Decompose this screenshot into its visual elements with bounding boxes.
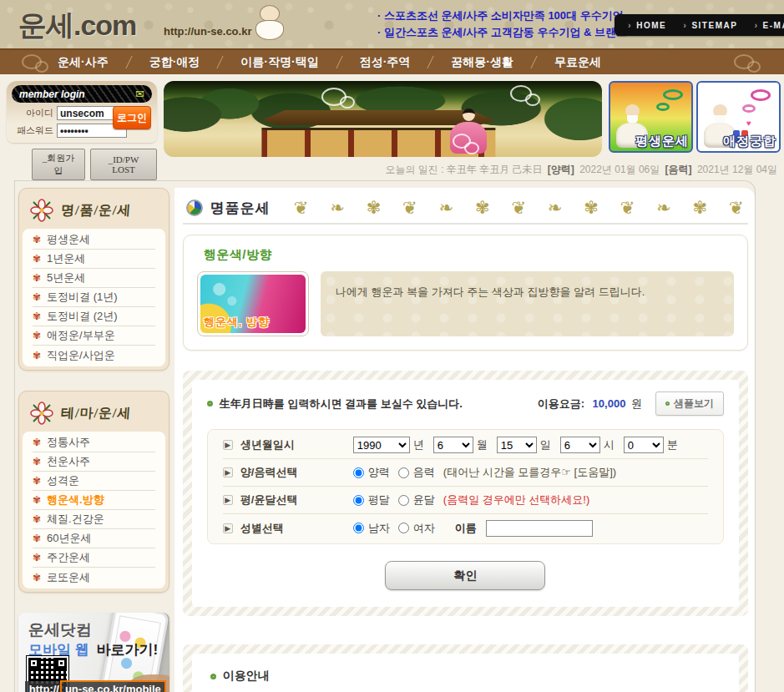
monk-mascot-illustration	[250, 5, 289, 45]
cloud-motif-icon	[510, 85, 532, 102]
sidebar-item-lifetime[interactable]: ✾평생운세	[33, 230, 155, 250]
mascot-body	[255, 20, 284, 40]
password-label: 패스워드	[12, 124, 53, 137]
sidebar-item-label: 천운사주	[47, 454, 90, 469]
lunar-option-label[interactable]: 음력	[413, 465, 435, 480]
sidebar-item-personality[interactable]: ✾성격운	[33, 472, 155, 491]
utility-nav-email[interactable]: › E-MAIL	[754, 20, 784, 30]
nav-kkumhaemong[interactable]: 꿈해몽·생활	[451, 55, 513, 70]
sidebar-item-1year[interactable]: ✾1년운세	[33, 250, 155, 269]
year-unit: 년	[413, 437, 424, 452]
normal-month-option-label[interactable]: 평달	[368, 492, 390, 508]
fee-value: 10,000	[593, 397, 626, 410]
sidebar-item-career-business[interactable]: ✾직업운/사업운	[33, 346, 155, 365]
sidebar-item-tojeong-2y[interactable]: ✾토정비결 (2년)	[33, 307, 155, 326]
cloud-motif-icon	[656, 103, 670, 111]
cloud-motif-icon	[453, 134, 471, 149]
calendar-help-note[interactable]: (태어난 시간을 모를경우☞ [도움말])	[443, 465, 616, 480]
sidebar-item-lucky-color-direction[interactable]: ✾행운색.방향	[33, 491, 155, 510]
sidebar-item-label: 60년운세	[47, 531, 91, 546]
floral-decoration	[294, 195, 743, 220]
promo-love-compatibility[interactable]: ♥ 애정궁합	[696, 81, 781, 153]
promo-love-label: 애정궁합	[723, 134, 776, 149]
sidebar-item-health[interactable]: ✾체질.건강운	[33, 510, 155, 529]
cloud-motif-icon	[321, 88, 346, 106]
leap-month-label: 평/윤달선택	[240, 492, 353, 508]
nav-divider	[125, 56, 132, 68]
sidebar-item-lotto[interactable]: ✾로또운세	[33, 568, 155, 587]
nav-gunghap-aejeong[interactable]: 궁합·애정	[149, 55, 200, 70]
sidebar-item-cheonun-saju[interactable]: ✾천운사주	[33, 452, 155, 472]
name-input[interactable]	[486, 520, 593, 537]
sidebar-item-love-marriage[interactable]: ✾애정운/부부운	[33, 326, 155, 346]
nav-divider	[530, 56, 537, 68]
award-link-2[interactable]: · 일간스포츠 운세/사주 고객감동 우수기업 & 브랜드	[377, 24, 627, 41]
lucky-thumbnail: 행운색, 방향	[197, 271, 309, 336]
sample-view-button[interactable]: 샘플보기	[655, 391, 724, 416]
solar-radio[interactable]	[353, 467, 364, 478]
flower-bullet-icon: ✾	[33, 235, 41, 245]
leap-month-radio[interactable]	[398, 495, 409, 506]
birth-year-select[interactable]: 1990	[353, 437, 410, 453]
sidebar-item-60year[interactable]: ✾60년운세	[33, 529, 155, 548]
sidebar-item-label: 행운색.방향	[47, 492, 104, 508]
nav-jeomseong-juyeok[interactable]: 점성·주역	[360, 55, 411, 70]
birth-minute-select[interactable]: 0	[624, 437, 664, 453]
female-option-label[interactable]: 여자	[413, 521, 435, 536]
leap-month-note: (음력일 경우에만 선택하세요!)	[443, 492, 590, 508]
birth-label: 생년월일시	[240, 437, 353, 452]
mobile-url-prefix: http://	[25, 681, 60, 692]
id-pw-lost-button[interactable]: _ID/PW LOST	[90, 149, 157, 180]
solar-option-label[interactable]: 양력	[368, 465, 390, 480]
normal-month-radio[interactable]	[353, 495, 364, 506]
lunar-radio[interactable]	[398, 467, 409, 478]
male-option-label[interactable]: 남자	[368, 521, 390, 536]
mobile-web-banner[interactable]: 운세닷컴 모바일 웹 바로가기! http:// un-se.co.kr/mob…	[18, 613, 169, 692]
birth-day-select[interactable]: 15	[497, 437, 537, 453]
sidebar-item-weekly[interactable]: ✾주간운세	[33, 548, 155, 568]
utility-nav-home[interactable]: › HOME	[628, 20, 666, 30]
utility-nav-sitemap[interactable]: › SITEMAP	[683, 20, 737, 30]
day-unit: 일	[540, 437, 551, 452]
name-label: 이름	[455, 521, 477, 536]
birth-month-select[interactable]: 6	[433, 437, 473, 453]
sidebar-item-5year[interactable]: ✾5년운세	[33, 269, 155, 288]
green-ring-icon	[207, 401, 213, 407]
promo-lifetime-fortune[interactable]: 평생운세	[609, 81, 693, 153]
sidebar-item-label: 5년운세	[47, 270, 85, 285]
page-title: 명품운세	[210, 199, 271, 218]
content-area: 명/품/운/세 ✾평생운세 ✾1년운세 ✾5년운세 ✾토정비결 (1년) ✾토정…	[14, 180, 756, 692]
chevron-icon: ›	[628, 20, 632, 30]
login-button[interactable]: 로그인	[113, 106, 151, 129]
flower-bullet-icon: ✾	[33, 495, 41, 505]
leap-month-option-label[interactable]: 윤달	[413, 492, 435, 508]
menu2-title: 테/마/운/세	[60, 405, 132, 422]
nav-ireum-jakmyeong[interactable]: 이름·작명·택일	[240, 55, 318, 70]
lucky-color-section: 행운색/방향 행운색, 방향 나에게 행운과 복을 가져다 주는 색상과 집방향…	[183, 235, 748, 351]
flower-bullet-icon: ✾	[33, 553, 41, 563]
flower-bullet-icon: ✾	[33, 476, 41, 486]
lunar-tag: [음력]	[665, 164, 692, 175]
sidebar-item-label: 직업운/사업운	[47, 348, 115, 363]
sidebar-item-tojeong-1y[interactable]: ✾토정비결 (1년)	[33, 288, 155, 307]
menu-theme-fortune: 테/마/운/세 ✾정통사주 ✾천운사주 ✾성격운 ✾행운색.방향 ✾체질.건강운…	[18, 391, 169, 593]
cloud-motif-icon	[751, 89, 771, 101]
gender-label: 성별선택	[240, 521, 353, 536]
confirm-button[interactable]: 확인	[385, 561, 545, 590]
male-radio[interactable]	[353, 523, 364, 533]
fortune-form-section: 生年月日時를 입력하시면 결과를 보실수 있습니다. 이용요금: 10,000 …	[183, 371, 748, 616]
sidebar-item-traditional-saju[interactable]: ✾정통사주	[33, 433, 155, 452]
lucky-description: 나에게 행운과 복을 가져다 주는 색상과 집방향을 알려 드립니다.	[321, 271, 734, 336]
award-links: · 스포츠조선 운세/사주 소비자만족 100대 우수기업 · 일간스포츠 운세…	[377, 8, 627, 41]
calendar-type-label: 양/음력선택	[240, 465, 353, 480]
site-logo[interactable]: 운세.com	[18, 7, 136, 45]
nav-free-unse[interactable]: 무료운세	[554, 55, 601, 70]
page: 운세.com http://un-se.co.kr · 스포츠조선 운세/사주 …	[0, 0, 784, 692]
join-button[interactable]: _회원가입	[32, 149, 85, 180]
flower-bullet-icon: ✾	[33, 437, 41, 447]
fee-label: 이용요금:	[538, 397, 584, 410]
nav-unse-saju[interactable]: 운세·사주	[58, 55, 109, 70]
award-link-1[interactable]: · 스포츠조선 운세/사주 소비자만족 100대 우수기업	[377, 8, 627, 24]
female-radio[interactable]	[398, 523, 409, 533]
birth-hour-select[interactable]: 6	[560, 437, 600, 453]
